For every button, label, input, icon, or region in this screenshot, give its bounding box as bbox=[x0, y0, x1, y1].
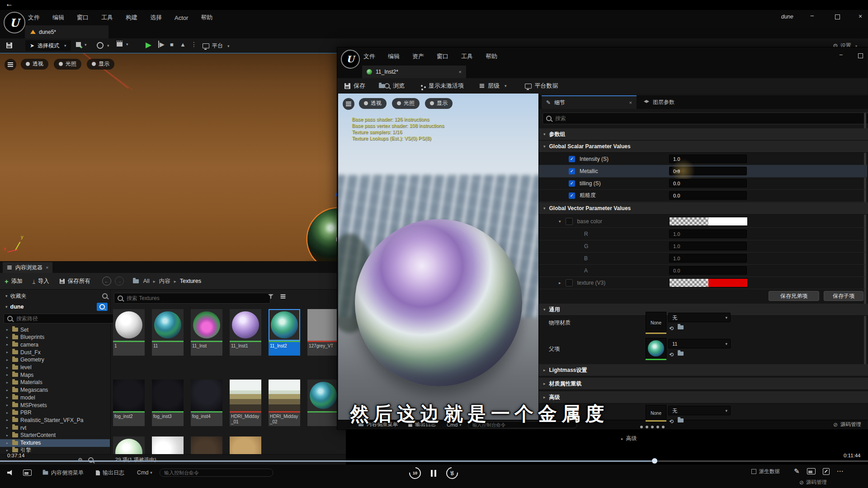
console-input-box[interactable] bbox=[160, 469, 273, 477]
import-button[interactable]: ↓ 导入 bbox=[33, 277, 49, 285]
menu-item[interactable]: 选择 bbox=[150, 14, 162, 22]
expand-arrow-icon[interactable]: ▸ bbox=[6, 328, 10, 332]
path-search-input[interactable] bbox=[15, 315, 111, 322]
asset-tile-11[interactable]: 11 bbox=[152, 309, 184, 356]
tree-item-rvt[interactable]: ▸rvt bbox=[0, 424, 110, 432]
viewport-menu-button[interactable] bbox=[343, 98, 354, 110]
edit-icon[interactable]: ✎ bbox=[794, 467, 800, 475]
cinematics-dropdown[interactable]: ▾ bbox=[117, 42, 128, 47]
asset-tile-127grey_VT[interactable]: 127grey_VT bbox=[307, 309, 339, 356]
asset-tile-11_Inst[interactable]: 11_Inst bbox=[191, 309, 222, 356]
breadcrumb[interactable]: All▸内容▸Textures bbox=[143, 277, 201, 285]
subtitle-icon[interactable] bbox=[807, 468, 816, 474]
tab-details[interactable]: ✎ 细节 × bbox=[542, 95, 637, 109]
menu-item[interactable]: 资产 bbox=[412, 52, 424, 61]
notes-icon[interactable] bbox=[23, 469, 32, 476]
menu-item[interactable]: 窗口 bbox=[437, 52, 448, 61]
tree-item-Maps[interactable]: ▸Maps bbox=[0, 371, 110, 379]
tree-item-Geometry[interactable]: ▸Geometry bbox=[0, 356, 110, 364]
forward-30-button[interactable]: 30 bbox=[444, 465, 461, 482]
show-inactive-button[interactable]: 显示未激活项 bbox=[421, 82, 464, 90]
scrollbar[interactable] bbox=[864, 113, 866, 366]
close-icon[interactable]: × bbox=[629, 100, 632, 105]
cmd-dropdown[interactable]: Cmd bbox=[137, 469, 148, 476]
asset-tile-1[interactable]: 1 bbox=[113, 309, 145, 356]
add-actor-dropdown[interactable]: ▾ bbox=[76, 42, 87, 47]
fullscreen-icon[interactable] bbox=[823, 468, 830, 475]
content-drawer-label[interactable]: 内容侧滑菜单 bbox=[51, 469, 84, 477]
expand-arrow-icon[interactable]: ▸ bbox=[6, 388, 10, 392]
platform-data-button[interactable]: 平台数据 bbox=[525, 82, 558, 90]
platform-dropdown[interactable]: 平台 ▾ bbox=[203, 42, 230, 50]
history-forward-button[interactable]: → bbox=[115, 277, 124, 286]
close-icon[interactable]: × bbox=[46, 265, 48, 270]
viewport-pill-光照[interactable]: 光照 bbox=[392, 98, 420, 109]
level-tab[interactable]: dune5* bbox=[25, 25, 108, 38]
save-button[interactable]: 保存 bbox=[344, 82, 365, 90]
asset-tile-fog_inst4[interactable]: fog_inst4 bbox=[191, 380, 222, 426]
tree-item-Dust_Fx[interactable]: ▸Dust_Fx bbox=[0, 348, 110, 356]
expand-arrow-icon[interactable]: ▸ bbox=[6, 426, 10, 430]
maximize-button[interactable] bbox=[835, 14, 840, 19]
search-icon[interactable] bbox=[102, 293, 108, 299]
expand-arrow-icon[interactable]: ▸ bbox=[6, 343, 10, 347]
volume-icon[interactable] bbox=[7, 470, 14, 476]
viewport-pill-显示[interactable]: 显示 bbox=[87, 59, 114, 70]
menu-item[interactable]: 文件 bbox=[363, 52, 375, 61]
tree-item-level[interactable]: ▸level bbox=[0, 364, 110, 371]
add-button[interactable]: + 添加 bbox=[5, 277, 23, 285]
output-log-icon[interactable] bbox=[96, 470, 100, 475]
breadcrumb-item[interactable]: Textures bbox=[180, 278, 201, 284]
minimize-button[interactable]: − bbox=[810, 12, 814, 19]
asset-tile-fog_inst3[interactable]: fog_inst3 bbox=[152, 380, 184, 426]
tree-item-Textures[interactable]: ▸Textures bbox=[0, 439, 110, 447]
menu-item[interactable]: 构建 bbox=[126, 14, 137, 22]
advanced-section-sliver[interactable]: ▸高级 bbox=[619, 435, 637, 442]
menu-item[interactable]: 帮助 bbox=[201, 14, 212, 22]
details-search-input[interactable] bbox=[554, 115, 865, 122]
breadcrumb-item[interactable]: 内容 bbox=[159, 277, 170, 285]
back-icon[interactable]: ← bbox=[5, 0, 13, 9]
viewport-menu-button[interactable] bbox=[5, 59, 16, 70]
play-options-kebab[interactable]: ⋮ bbox=[191, 41, 197, 48]
content-browser-tab[interactable]: 内容浏览器 × bbox=[3, 262, 52, 273]
expand-arrow-icon[interactable]: ▸ bbox=[6, 358, 10, 362]
expand-arrow-icon[interactable]: ▸ bbox=[6, 433, 10, 437]
tree-item-Materials[interactable]: ▸Materials bbox=[0, 379, 110, 386]
menu-item[interactable]: 工具 bbox=[101, 14, 113, 22]
browse-button[interactable]: 浏览 bbox=[379, 82, 405, 90]
tree-item-Realistic_Starter_VFX_Pa[interactable]: ▸Realistic_Starter_VFX_Pa bbox=[0, 416, 110, 424]
seek-track[interactable] bbox=[0, 460, 868, 462]
asset-tile-fog_inst2[interactable]: fog_inst2 bbox=[113, 380, 145, 426]
source-control-status[interactable]: ⊘ 源码管理 bbox=[799, 479, 827, 486]
expand-arrow-icon[interactable]: ▸ bbox=[6, 373, 10, 377]
details-search-box[interactable] bbox=[542, 113, 868, 124]
menu-item[interactable]: 文件 bbox=[28, 14, 40, 22]
tree-item-MSPresets[interactable]: ▸MSPresets bbox=[0, 401, 110, 409]
viewport-pill-光照[interactable]: 光照 bbox=[54, 59, 81, 70]
expand-arrow-icon[interactable]: ▸ bbox=[6, 380, 10, 385]
skip-frame-button[interactable]: ▶ bbox=[158, 41, 165, 48]
viewport-pill-透视[interactable]: 透视 bbox=[359, 98, 387, 109]
pause-button[interactable] bbox=[431, 470, 436, 477]
tree-item-StarterContent[interactable]: ▸StarterContent bbox=[0, 432, 110, 439]
menu-item[interactable]: 帮助 bbox=[486, 52, 497, 61]
material-preview-viewport[interactable]: 透视光照显示 Base pass shader: 126 instruction… bbox=[338, 94, 538, 428]
expand-arrow-icon[interactable]: ▸ bbox=[6, 411, 10, 415]
output-log-label[interactable]: 输出日志 bbox=[103, 469, 124, 477]
breadcrumb-item[interactable]: All bbox=[143, 278, 150, 284]
expand-arrow-icon[interactable]: ▸ bbox=[6, 403, 10, 407]
tree-item-camera[interactable]: ▸camera bbox=[0, 341, 110, 348]
select-mode-dropdown[interactable]: ➤ 选择模式 ▾ bbox=[25, 40, 71, 51]
menu-item[interactable]: 窗口 bbox=[77, 14, 89, 22]
derived-data-status[interactable]: 派生数据 bbox=[751, 468, 780, 475]
more-icon[interactable]: ⋯ bbox=[837, 467, 844, 475]
tree-item-Megascans[interactable]: ▸Megascans bbox=[0, 386, 110, 394]
seek-handle[interactable] bbox=[652, 458, 657, 464]
hierarchy-dropdown[interactable]: 层级 ▾ bbox=[479, 82, 507, 90]
menu-item[interactable]: 编辑 bbox=[388, 52, 400, 61]
menu-item[interactable]: Actor bbox=[175, 14, 188, 21]
blueprints-dropdown[interactable]: ▾ bbox=[97, 42, 109, 49]
content-drawer-icon[interactable] bbox=[43, 471, 48, 474]
tab-layer-params[interactable]: 图层参数 bbox=[639, 95, 721, 109]
